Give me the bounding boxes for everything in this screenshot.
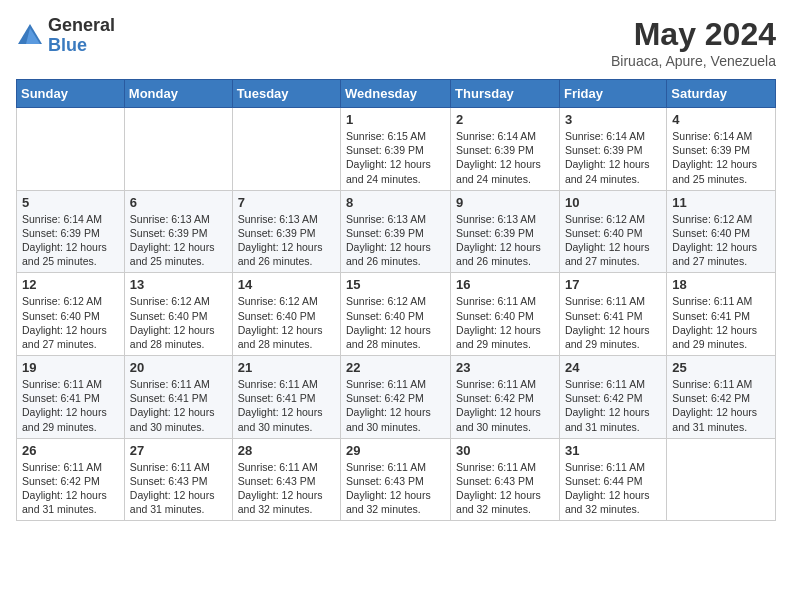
day-number: 14 <box>238 277 335 292</box>
day-number: 28 <box>238 443 335 458</box>
day-info: Sunrise: 6:12 AM Sunset: 6:40 PM Dayligh… <box>238 294 335 351</box>
calendar-cell: 6Sunrise: 6:13 AM Sunset: 6:39 PM Daylig… <box>124 190 232 273</box>
calendar-cell: 31Sunrise: 6:11 AM Sunset: 6:44 PM Dayli… <box>559 438 666 521</box>
day-number: 25 <box>672 360 770 375</box>
calendar-cell: 22Sunrise: 6:11 AM Sunset: 6:42 PM Dayli… <box>341 356 451 439</box>
calendar-week-row: 26Sunrise: 6:11 AM Sunset: 6:42 PM Dayli… <box>17 438 776 521</box>
calendar-cell: 2Sunrise: 6:14 AM Sunset: 6:39 PM Daylig… <box>451 108 560 191</box>
calendar-cell: 29Sunrise: 6:11 AM Sunset: 6:43 PM Dayli… <box>341 438 451 521</box>
day-info: Sunrise: 6:12 AM Sunset: 6:40 PM Dayligh… <box>22 294 119 351</box>
calendar-cell: 4Sunrise: 6:14 AM Sunset: 6:39 PM Daylig… <box>667 108 776 191</box>
day-info: Sunrise: 6:13 AM Sunset: 6:39 PM Dayligh… <box>238 212 335 269</box>
calendar-header-sunday: Sunday <box>17 80 125 108</box>
calendar-cell: 20Sunrise: 6:11 AM Sunset: 6:41 PM Dayli… <box>124 356 232 439</box>
day-number: 12 <box>22 277 119 292</box>
calendar-header-thursday: Thursday <box>451 80 560 108</box>
calendar-cell: 3Sunrise: 6:14 AM Sunset: 6:39 PM Daylig… <box>559 108 666 191</box>
calendar-cell: 8Sunrise: 6:13 AM Sunset: 6:39 PM Daylig… <box>341 190 451 273</box>
day-info: Sunrise: 6:11 AM Sunset: 6:41 PM Dayligh… <box>22 377 119 434</box>
day-info: Sunrise: 6:11 AM Sunset: 6:43 PM Dayligh… <box>346 460 445 517</box>
calendar-cell: 5Sunrise: 6:14 AM Sunset: 6:39 PM Daylig… <box>17 190 125 273</box>
day-info: Sunrise: 6:14 AM Sunset: 6:39 PM Dayligh… <box>672 129 770 186</box>
day-number: 30 <box>456 443 554 458</box>
calendar-cell <box>17 108 125 191</box>
day-number: 31 <box>565 443 661 458</box>
calendar-cell: 18Sunrise: 6:11 AM Sunset: 6:41 PM Dayli… <box>667 273 776 356</box>
day-number: 5 <box>22 195 119 210</box>
calendar-cell: 16Sunrise: 6:11 AM Sunset: 6:40 PM Dayli… <box>451 273 560 356</box>
day-number: 22 <box>346 360 445 375</box>
day-number: 6 <box>130 195 227 210</box>
day-info: Sunrise: 6:11 AM Sunset: 6:41 PM Dayligh… <box>130 377 227 434</box>
calendar-cell: 25Sunrise: 6:11 AM Sunset: 6:42 PM Dayli… <box>667 356 776 439</box>
calendar-cell: 26Sunrise: 6:11 AM Sunset: 6:42 PM Dayli… <box>17 438 125 521</box>
day-info: Sunrise: 6:11 AM Sunset: 6:42 PM Dayligh… <box>672 377 770 434</box>
day-info: Sunrise: 6:11 AM Sunset: 6:41 PM Dayligh… <box>565 294 661 351</box>
day-info: Sunrise: 6:14 AM Sunset: 6:39 PM Dayligh… <box>565 129 661 186</box>
day-number: 11 <box>672 195 770 210</box>
calendar-cell: 14Sunrise: 6:12 AM Sunset: 6:40 PM Dayli… <box>232 273 340 356</box>
calendar-cell: 24Sunrise: 6:11 AM Sunset: 6:42 PM Dayli… <box>559 356 666 439</box>
calendar-cell: 15Sunrise: 6:12 AM Sunset: 6:40 PM Dayli… <box>341 273 451 356</box>
calendar-table: SundayMondayTuesdayWednesdayThursdayFrid… <box>16 79 776 521</box>
day-info: Sunrise: 6:11 AM Sunset: 6:42 PM Dayligh… <box>22 460 119 517</box>
day-info: Sunrise: 6:11 AM Sunset: 6:43 PM Dayligh… <box>456 460 554 517</box>
day-info: Sunrise: 6:15 AM Sunset: 6:39 PM Dayligh… <box>346 129 445 186</box>
calendar-week-row: 1Sunrise: 6:15 AM Sunset: 6:39 PM Daylig… <box>17 108 776 191</box>
day-info: Sunrise: 6:14 AM Sunset: 6:39 PM Dayligh… <box>456 129 554 186</box>
day-info: Sunrise: 6:12 AM Sunset: 6:40 PM Dayligh… <box>130 294 227 351</box>
day-info: Sunrise: 6:11 AM Sunset: 6:41 PM Dayligh… <box>238 377 335 434</box>
calendar-cell: 30Sunrise: 6:11 AM Sunset: 6:43 PM Dayli… <box>451 438 560 521</box>
day-number: 20 <box>130 360 227 375</box>
calendar-cell: 1Sunrise: 6:15 AM Sunset: 6:39 PM Daylig… <box>341 108 451 191</box>
day-number: 13 <box>130 277 227 292</box>
day-number: 24 <box>565 360 661 375</box>
calendar-cell: 11Sunrise: 6:12 AM Sunset: 6:40 PM Dayli… <box>667 190 776 273</box>
calendar-header-saturday: Saturday <box>667 80 776 108</box>
calendar-cell: 23Sunrise: 6:11 AM Sunset: 6:42 PM Dayli… <box>451 356 560 439</box>
calendar-cell <box>232 108 340 191</box>
day-number: 17 <box>565 277 661 292</box>
day-number: 15 <box>346 277 445 292</box>
calendar-cell <box>124 108 232 191</box>
day-number: 7 <box>238 195 335 210</box>
page-header: General Blue May 2024 Biruaca, Apure, Ve… <box>16 16 776 69</box>
calendar-cell: 10Sunrise: 6:12 AM Sunset: 6:40 PM Dayli… <box>559 190 666 273</box>
title-block: May 2024 Biruaca, Apure, Venezuela <box>611 16 776 69</box>
day-number: 23 <box>456 360 554 375</box>
calendar-cell: 7Sunrise: 6:13 AM Sunset: 6:39 PM Daylig… <box>232 190 340 273</box>
day-info: Sunrise: 6:14 AM Sunset: 6:39 PM Dayligh… <box>22 212 119 269</box>
day-number: 21 <box>238 360 335 375</box>
day-info: Sunrise: 6:12 AM Sunset: 6:40 PM Dayligh… <box>346 294 445 351</box>
calendar-week-row: 19Sunrise: 6:11 AM Sunset: 6:41 PM Dayli… <box>17 356 776 439</box>
calendar-week-row: 12Sunrise: 6:12 AM Sunset: 6:40 PM Dayli… <box>17 273 776 356</box>
location: Biruaca, Apure, Venezuela <box>611 53 776 69</box>
day-info: Sunrise: 6:11 AM Sunset: 6:42 PM Dayligh… <box>565 377 661 434</box>
day-info: Sunrise: 6:11 AM Sunset: 6:42 PM Dayligh… <box>456 377 554 434</box>
day-number: 2 <box>456 112 554 127</box>
day-number: 4 <box>672 112 770 127</box>
day-number: 18 <box>672 277 770 292</box>
calendar-cell: 21Sunrise: 6:11 AM Sunset: 6:41 PM Dayli… <box>232 356 340 439</box>
calendar-cell: 27Sunrise: 6:11 AM Sunset: 6:43 PM Dayli… <box>124 438 232 521</box>
day-info: Sunrise: 6:13 AM Sunset: 6:39 PM Dayligh… <box>130 212 227 269</box>
day-number: 8 <box>346 195 445 210</box>
day-number: 27 <box>130 443 227 458</box>
day-info: Sunrise: 6:13 AM Sunset: 6:39 PM Dayligh… <box>456 212 554 269</box>
calendar-cell: 19Sunrise: 6:11 AM Sunset: 6:41 PM Dayli… <box>17 356 125 439</box>
day-number: 1 <box>346 112 445 127</box>
day-info: Sunrise: 6:12 AM Sunset: 6:40 PM Dayligh… <box>672 212 770 269</box>
day-number: 3 <box>565 112 661 127</box>
day-number: 10 <box>565 195 661 210</box>
day-number: 19 <box>22 360 119 375</box>
day-info: Sunrise: 6:12 AM Sunset: 6:40 PM Dayligh… <box>565 212 661 269</box>
day-info: Sunrise: 6:11 AM Sunset: 6:43 PM Dayligh… <box>130 460 227 517</box>
day-number: 26 <box>22 443 119 458</box>
calendar-cell: 13Sunrise: 6:12 AM Sunset: 6:40 PM Dayli… <box>124 273 232 356</box>
day-info: Sunrise: 6:13 AM Sunset: 6:39 PM Dayligh… <box>346 212 445 269</box>
calendar-header-friday: Friday <box>559 80 666 108</box>
day-number: 9 <box>456 195 554 210</box>
day-info: Sunrise: 6:11 AM Sunset: 6:40 PM Dayligh… <box>456 294 554 351</box>
calendar-cell: 17Sunrise: 6:11 AM Sunset: 6:41 PM Dayli… <box>559 273 666 356</box>
calendar-week-row: 5Sunrise: 6:14 AM Sunset: 6:39 PM Daylig… <box>17 190 776 273</box>
